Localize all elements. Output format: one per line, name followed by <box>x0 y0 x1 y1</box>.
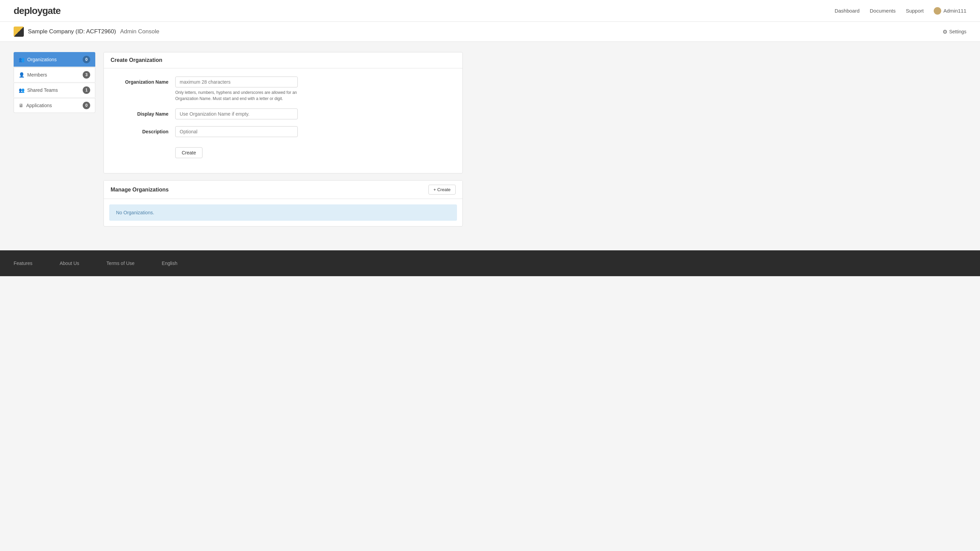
footer: Features About Us Terms of Use English <box>0 250 980 276</box>
display-name-label: Display Name <box>114 108 169 117</box>
logo-deploy: deploy <box>14 5 42 16</box>
nav-documents[interactable]: Documents <box>870 8 896 14</box>
main-content: 👥 Organizations 0 👤 Members 3 👥 Shared T… <box>0 42 476 237</box>
applications-icon: 🖥 <box>19 103 24 108</box>
create-button-row: Create <box>114 144 452 158</box>
description-label: Description <box>114 126 169 134</box>
manage-org-header: Manage Organizations + Create <box>104 181 463 199</box>
sub-header-left: Sample Company (ID: ACFT2960) Admin Cons… <box>14 27 159 37</box>
footer-about[interactable]: About Us <box>60 260 79 266</box>
sub-header: Sample Company (ID: ACFT2960) Admin Cons… <box>0 22 980 42</box>
panels: Create Organization Organization Name On… <box>103 52 463 227</box>
sidebar-members-label: Members <box>27 72 47 78</box>
manage-organizations-panel: Manage Organizations + Create No Organiz… <box>103 180 463 227</box>
description-row: Description <box>114 126 452 137</box>
manage-org-body: No Organizations. <box>104 205 463 221</box>
create-org-title: Create Organization <box>111 57 162 63</box>
sidebar-organizations-label: Organizations <box>27 57 56 62</box>
sidebar-shared-teams-label: Shared Teams <box>27 87 58 93</box>
sidebar-item-applications-left: 🖥 Applications <box>19 103 52 108</box>
form-actions: Create <box>175 147 202 158</box>
org-name-help: Only letters, numbers, hyphens and under… <box>175 89 298 102</box>
sidebar-item-members[interactable]: 👤 Members 3 <box>14 67 95 82</box>
manage-create-button[interactable]: + Create <box>428 185 456 195</box>
description-input[interactable] <box>175 126 298 137</box>
create-organization-panel: Create Organization Organization Name On… <box>103 52 463 173</box>
org-name-label: Organization Name <box>114 76 169 85</box>
sidebar-item-organizations[interactable]: 👥 Organizations 0 <box>14 52 95 67</box>
applications-badge: 0 <box>83 102 90 109</box>
user-avatar-icon <box>934 7 941 14</box>
members-icon: 👤 <box>19 72 24 78</box>
members-badge: 3 <box>83 71 90 79</box>
org-name-row: Organization Name Only letters, numbers,… <box>114 76 452 102</box>
create-org-body: Organization Name Only letters, numbers,… <box>104 68 463 173</box>
org-name-field: Only letters, numbers, hyphens and under… <box>175 76 452 102</box>
create-org-header: Create Organization <box>104 52 463 68</box>
organizations-icon: 👥 <box>19 57 24 62</box>
sidebar-item-shared-teams[interactable]: 👥 Shared Teams 1 <box>14 83 95 97</box>
settings-link[interactable]: ⚙ Settings <box>943 29 966 35</box>
nav-username: Admin111 <box>943 8 966 14</box>
footer-language[interactable]: English <box>162 260 177 266</box>
settings-label: Settings <box>949 29 966 34</box>
sidebar: 👥 Organizations 0 👤 Members 3 👥 Shared T… <box>14 52 95 227</box>
sidebar-item-shared-teams-left: 👥 Shared Teams <box>19 87 58 93</box>
nav-support[interactable]: Support <box>906 8 924 14</box>
manage-org-title: Manage Organizations <box>111 187 169 193</box>
footer-features[interactable]: Features <box>14 260 32 266</box>
display-name-input[interactable] <box>175 108 298 119</box>
shared-teams-badge: 1 <box>83 86 90 94</box>
display-name-field <box>175 108 452 119</box>
logo-gate: gate <box>42 5 60 16</box>
display-name-row: Display Name <box>114 108 452 119</box>
shared-teams-icon: 👥 <box>19 87 24 93</box>
sidebar-applications-label: Applications <box>26 103 52 108</box>
description-field <box>175 126 452 137</box>
company-logo-icon <box>14 27 24 37</box>
nav-links: Dashboard Documents Support Admin111 <box>835 7 966 14</box>
empty-state-text: No Organizations. <box>116 210 154 215</box>
logo[interactable]: deploygate <box>14 5 60 16</box>
sidebar-item-members-left: 👤 Members <box>19 72 47 78</box>
gear-icon: ⚙ <box>943 29 947 35</box>
org-name-input[interactable] <box>175 76 298 87</box>
footer-terms[interactable]: Terms of Use <box>107 260 134 266</box>
nav-dashboard[interactable]: Dashboard <box>835 8 859 14</box>
admin-console-label: Admin Console <box>120 28 159 35</box>
empty-state: No Organizations. <box>109 205 457 221</box>
create-button-spacer <box>114 144 169 147</box>
create-org-button[interactable]: Create <box>175 147 202 158</box>
sidebar-item-applications[interactable]: 🖥 Applications 0 <box>14 98 95 113</box>
organizations-badge: 0 <box>83 56 90 63</box>
nav-user[interactable]: Admin111 <box>934 7 966 14</box>
sidebar-item-organizations-left: 👥 Organizations <box>19 57 56 62</box>
company-name: Sample Company (ID: ACFT2960) <box>28 28 116 35</box>
top-navigation: deploygate Dashboard Documents Support A… <box>0 0 980 22</box>
